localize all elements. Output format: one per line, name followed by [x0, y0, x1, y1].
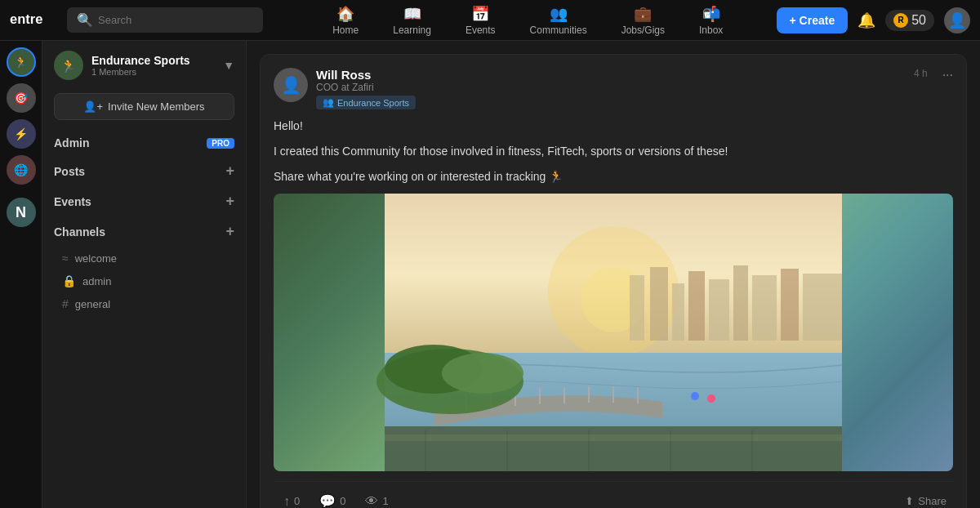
post-meta: Will Ross COO at Zafiri 👥 Endurance Spor… [316, 68, 906, 109]
channel-welcome[interactable]: ≈ welcome [42, 247, 246, 270]
pro-badge: PRO [207, 138, 234, 149]
nav-actions: + Create 🔔 R 50 👤 [777, 7, 970, 33]
view-icon: 👁 [365, 494, 378, 509]
sidebar-section-channels[interactable]: Channels + [42, 216, 246, 247]
nav-items: 🏠 Home 📖 Learning 📅 Events 👥 Communities… [279, 2, 777, 39]
share-icon: ⬆ [905, 495, 914, 507]
create-button[interactable]: + Create [777, 7, 849, 33]
rail-avatar-5[interactable]: N [7, 198, 36, 227]
comment-button[interactable]: 💬 0 [310, 490, 355, 508]
sidebar-section-admin[interactable]: Admin PRO [42, 130, 246, 156]
coin-count: 50 [911, 13, 926, 28]
svg-rect-4 [630, 275, 644, 341]
post-author-name: Will Ross [316, 68, 906, 82]
posts-add-icon[interactable]: + [225, 163, 234, 180]
svg-rect-9 [733, 265, 748, 341]
channel-general[interactable]: # general [42, 292, 246, 315]
svg-rect-10 [752, 275, 777, 341]
svg-rect-12 [803, 274, 842, 341]
nav-communities[interactable]: 👥 Communities [517, 2, 600, 39]
post-header: 👤 Will Ross COO at Zafiri 👥 Endurance Sp… [274, 68, 953, 109]
inbox-icon: 📬 [702, 5, 720, 23]
svg-point-27 [707, 394, 715, 403]
svg-rect-6 [672, 283, 684, 341]
home-icon: 🏠 [336, 5, 354, 23]
communities-icon: 👥 [550, 5, 568, 23]
svg-rect-29 [385, 434, 842, 441]
search-icon: 🔍 [77, 12, 93, 28]
svg-rect-11 [781, 269, 799, 341]
chevron-down-icon: ▼ [223, 59, 234, 72]
svg-rect-7 [688, 271, 705, 341]
post-card: 👤 Will Ross COO at Zafiri 👥 Endurance Sp… [260, 54, 967, 508]
channel-lock-icon: 🔒 [62, 274, 76, 287]
nav-jobs[interactable]: 💼 Jobs/Gigs [608, 2, 678, 39]
post-author-avatar: 👤 [274, 68, 308, 102]
svg-rect-8 [709, 279, 729, 341]
top-nav: entre 🔍 🏠 Home 📖 Learning 📅 Events 👥 Com… [0, 0, 980, 41]
sidebar-section-posts[interactable]: Posts + [42, 156, 246, 186]
svg-text:entre: entre [10, 11, 42, 26]
search-input[interactable] [98, 14, 245, 26]
channels-add-icon[interactable]: + [225, 223, 234, 240]
post-footer: ↑ 0 💬 0 👁 1 ⬆ Share [274, 481, 953, 508]
rail-avatar-endurance[interactable]: 🏃 [7, 47, 36, 77]
post-text-3: Share what you're working on or interest… [274, 168, 953, 185]
community-name: Endurance Sports [91, 54, 190, 67]
svg-point-25 [442, 353, 523, 394]
nav-events[interactable]: 📅 Events [452, 2, 509, 39]
icon-rail: 🏃 🎯 ⚡ 🌐 N [0, 41, 42, 508]
upvote-icon: ↑ [283, 494, 290, 509]
sidebar-header[interactable]: 🏃 Endurance Sports 1 Members ▼ [42, 41, 246, 90]
bell-icon[interactable]: 🔔 [858, 11, 875, 29]
events-add-icon[interactable]: + [225, 193, 234, 210]
svg-rect-5 [650, 267, 668, 341]
share-button[interactable]: ⬆ Share [898, 492, 953, 508]
comment-icon: 💬 [319, 493, 336, 508]
user-avatar[interactable]: 👤 [944, 7, 970, 33]
post-author-role: COO at Zafiri [316, 82, 906, 93]
channel-hash-icon: # [62, 297, 69, 310]
rail-avatar-3[interactable]: ⚡ [7, 119, 36, 149]
channel-admin[interactable]: 🔒 admin [42, 270, 246, 292]
post-timestamp: 4 h [914, 68, 928, 79]
nav-learning[interactable]: 📖 Learning [380, 2, 444, 39]
community-avatar: 🏃 [54, 51, 83, 80]
nav-inbox[interactable]: 📬 Inbox [686, 2, 736, 39]
rail-avatar-2[interactable]: 🎯 [7, 83, 36, 113]
learning-icon: 📖 [403, 5, 421, 23]
community-info: Endurance Sports 1 Members [91, 54, 190, 77]
main-body: 🏃 🎯 ⚡ 🌐 N 🏃 Endurance Sports 1 Members ▼ [0, 41, 980, 508]
jobs-icon: 💼 [634, 5, 652, 23]
upvote-button[interactable]: ↑ 0 [274, 491, 310, 509]
invite-button[interactable]: 👤+ Invite New Members [54, 93, 234, 120]
post-text-2: I created this Community for those invol… [274, 143, 953, 160]
events-icon: 📅 [471, 5, 489, 23]
svg-rect-28 [385, 426, 842, 471]
channel-sound-icon: ≈ [62, 252, 69, 265]
sidebar: 🏃 Endurance Sports 1 Members ▼ 👤+ Invite… [42, 41, 247, 508]
invite-icon: 👤+ [83, 100, 103, 113]
community-tag-icon: 👥 [323, 97, 334, 108]
post-image [274, 194, 953, 471]
post-options-button[interactable]: ··· [942, 68, 953, 82]
content-area: 👤 Will Ross COO at Zafiri 👥 Endurance Sp… [247, 41, 980, 508]
rail-avatar-4[interactable]: 🌐 [7, 155, 36, 185]
sidebar-section-events[interactable]: Events + [42, 186, 246, 216]
coin-icon: R [893, 13, 908, 28]
search-bar[interactable]: 🔍 [67, 7, 263, 33]
coin-badge: R 50 [885, 10, 934, 31]
post-community-tag[interactable]: 👥 Endurance Sports [316, 96, 416, 109]
svg-point-26 [691, 392, 699, 400]
view-count: 👁 1 [355, 491, 398, 509]
nav-home[interactable]: 🏠 Home [319, 2, 372, 39]
post-text-1: Hello! [274, 118, 953, 135]
logo: entre [10, 7, 59, 34]
member-count: 1 Members [91, 67, 190, 77]
